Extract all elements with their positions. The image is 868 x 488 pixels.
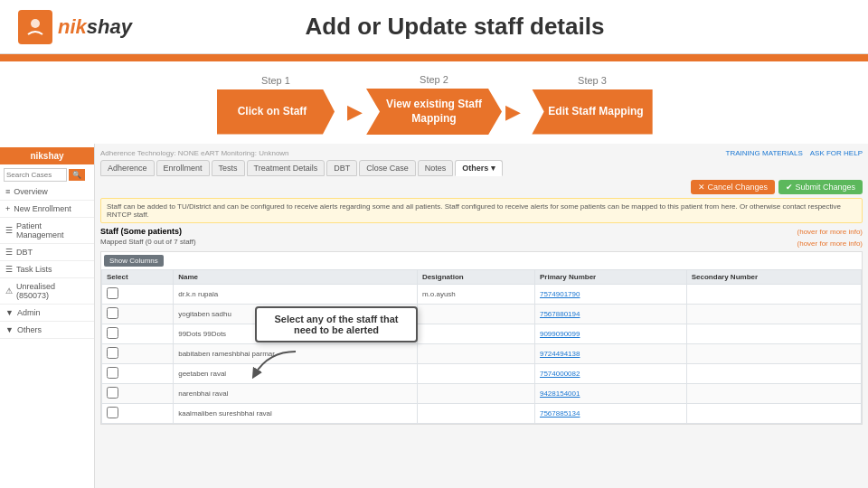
select-cell bbox=[102, 364, 174, 384]
phone-link[interactable]: 7574901790 bbox=[540, 290, 580, 298]
tab-close-case[interactable]: Close Case bbox=[359, 160, 416, 176]
tab-notes[interactable]: Notes bbox=[418, 160, 454, 176]
sidebar-item-label: Task Lists bbox=[16, 265, 52, 274]
staff-table: Select Name Designation Primary Number S… bbox=[101, 269, 862, 424]
sidebar: nikshay 🔍 ≡ Overview + New Enrollment ☰ … bbox=[0, 144, 95, 488]
warning-icon: ⚠ bbox=[5, 286, 13, 296]
show-columns-button[interactable]: Show Columns bbox=[104, 255, 164, 267]
sidebar-item-label: DBT bbox=[16, 248, 33, 257]
name-cell: dr.k.n rupala bbox=[174, 285, 418, 305]
staff-hover-info: (hover for more info) bbox=[797, 228, 863, 236]
cancel-changes-button[interactable]: ✕ Cancel Changes bbox=[691, 180, 775, 194]
tab-treatment-details[interactable]: Treatment Details bbox=[247, 160, 326, 176]
sidebar-item-patient-mgmt[interactable]: ☰ Patient Management bbox=[0, 218, 94, 244]
designation-cell bbox=[417, 404, 534, 424]
submit-changes-button[interactable]: ✔ Submit Changes bbox=[778, 180, 863, 194]
phone-link[interactable]: 9724494138 bbox=[540, 350, 580, 358]
list-icon-2: ☰ bbox=[5, 248, 13, 257]
secondary-number-cell bbox=[686, 384, 861, 404]
sidebar-item-label: Overview bbox=[14, 187, 48, 196]
sidebar-item-dbt[interactable]: ☰ DBT bbox=[0, 244, 94, 261]
select-cell bbox=[102, 344, 174, 364]
secondary-number-cell bbox=[686, 285, 861, 305]
plus-icon: + bbox=[5, 204, 10, 213]
col-select: Select bbox=[102, 270, 174, 285]
svg-point-0 bbox=[31, 19, 40, 28]
select-checkbox[interactable] bbox=[107, 287, 118, 299]
ask-help-link[interactable]: ASK FOR HELP bbox=[810, 149, 863, 157]
table-row: yogitaben sadhu7567880194 bbox=[102, 305, 862, 324]
step-2-box[interactable]: View existing Staff Mapping bbox=[366, 89, 502, 135]
table-row: 99Dots 99Dots9099090099 bbox=[102, 324, 862, 344]
search-button[interactable]: 🔍 bbox=[69, 169, 85, 181]
tab-enrollment[interactable]: Enrollment bbox=[156, 160, 210, 176]
primary-number-cell[interactable]: 9428154001 bbox=[534, 384, 686, 404]
primary-number-cell[interactable]: 7574000082 bbox=[534, 364, 686, 384]
mapped-staff-label: Mapped Staff (0 out of 7 staff) bbox=[100, 238, 196, 246]
sidebar-item-label: Unrealised (850073) bbox=[16, 282, 89, 300]
name-cell: narenbhai raval bbox=[174, 384, 418, 404]
sidebar-item-admin[interactable]: ▼ Admin bbox=[0, 305, 94, 322]
sidebar-item-label: New Enrollment bbox=[14, 204, 71, 213]
secondary-number-cell bbox=[686, 364, 861, 384]
select-checkbox[interactable] bbox=[107, 367, 118, 379]
primary-number-cell[interactable]: 7567880194 bbox=[534, 305, 686, 324]
select-checkbox[interactable] bbox=[107, 407, 118, 418]
secondary-number-cell bbox=[686, 344, 861, 364]
phone-link[interactable]: 9428154001 bbox=[540, 389, 580, 398]
sidebar-item-others[interactable]: ▼ Others bbox=[0, 322, 94, 339]
primary-number-cell[interactable]: 9099090099 bbox=[534, 324, 686, 344]
table-row: narenbhai raval9428154001 bbox=[102, 384, 862, 404]
select-cell bbox=[102, 384, 174, 404]
primary-number-cell[interactable]: 7567885134 bbox=[534, 404, 686, 424]
step-1-label: Step 1 bbox=[261, 75, 290, 86]
tab-tests[interactable]: Tests bbox=[212, 160, 245, 176]
phone-link[interactable]: 9099090099 bbox=[540, 330, 580, 338]
step-3-box[interactable]: Edit Staff Mapping bbox=[532, 89, 652, 135]
designation-cell bbox=[417, 384, 534, 404]
action-buttons: ✕ Cancel Changes ✔ Submit Changes bbox=[100, 180, 863, 194]
list-icon-3: ☰ bbox=[5, 265, 13, 274]
phone-link[interactable]: 7567880194 bbox=[540, 310, 580, 318]
sidebar-item-label: Others bbox=[17, 325, 42, 334]
secondary-number-cell bbox=[686, 324, 861, 344]
sidebar-item-task-lists[interactable]: ☰ Task Lists bbox=[0, 261, 94, 278]
select-checkbox[interactable] bbox=[107, 307, 118, 319]
secondary-number-cell bbox=[686, 404, 861, 424]
main-content: nikshay 🔍 ≡ Overview + New Enrollment ☰ … bbox=[0, 144, 868, 488]
info-box: Staff can be added to TU/District and ca… bbox=[100, 198, 863, 223]
select-cell bbox=[102, 305, 174, 324]
step-1-box[interactable]: Click on Staff bbox=[217, 89, 335, 135]
phone-link[interactable]: 7574000082 bbox=[540, 370, 580, 378]
breadcrumb: Adherence Technology: NONE eART Monitori… bbox=[100, 149, 289, 157]
topbar-links: TRAINING MATERIALS ASK FOR HELP bbox=[726, 149, 863, 157]
staff-section-title: Staff (Some patients) bbox=[100, 227, 182, 236]
step-2-block: Step 2 View existing Staff Mapping bbox=[366, 74, 502, 135]
tab-dbt[interactable]: DBT bbox=[326, 160, 357, 176]
annotation-box: Select any of the staff thatneed to be a… bbox=[255, 306, 418, 343]
step-3-block: Step 3 Edit Staff Mapping bbox=[524, 75, 660, 135]
sidebar-item-unrealised[interactable]: ⚠ Unrealised (850073) bbox=[0, 278, 94, 305]
search-input[interactable] bbox=[4, 168, 67, 182]
primary-number-cell[interactable]: 9724494138 bbox=[534, 344, 686, 364]
phone-link[interactable]: 7567885134 bbox=[540, 409, 580, 418]
primary-number-cell[interactable]: 7574901790 bbox=[534, 285, 686, 305]
tab-others[interactable]: Others ▾ bbox=[455, 160, 503, 176]
table-row: dr.k.n rupalam.o.ayush7574901790 bbox=[102, 285, 862, 305]
select-cell bbox=[102, 404, 174, 424]
designation-cell: m.o.ayush bbox=[417, 285, 534, 305]
select-checkbox[interactable] bbox=[107, 347, 118, 359]
table-row: babitaben rameshbhai parmar9724494138 bbox=[102, 344, 862, 364]
select-checkbox[interactable] bbox=[107, 387, 118, 399]
tab-adherence[interactable]: Adherence bbox=[100, 160, 155, 176]
sidebar-item-label: Admin bbox=[17, 308, 41, 317]
training-materials-link[interactable]: TRAINING MATERIALS bbox=[726, 149, 803, 157]
select-checkbox[interactable] bbox=[107, 327, 118, 339]
step-2-label: Step 2 bbox=[420, 74, 448, 85]
sidebar-item-enrollment[interactable]: + New Enrollment bbox=[0, 201, 94, 218]
content-pane: Adherence Technology: NONE eART Monitori… bbox=[95, 144, 868, 488]
col-designation: Designation bbox=[417, 270, 534, 285]
orange-banner bbox=[0, 54, 868, 61]
sidebar-item-overview[interactable]: ≡ Overview bbox=[0, 183, 94, 201]
chevron-down-icon-2: ▼ bbox=[5, 325, 14, 334]
